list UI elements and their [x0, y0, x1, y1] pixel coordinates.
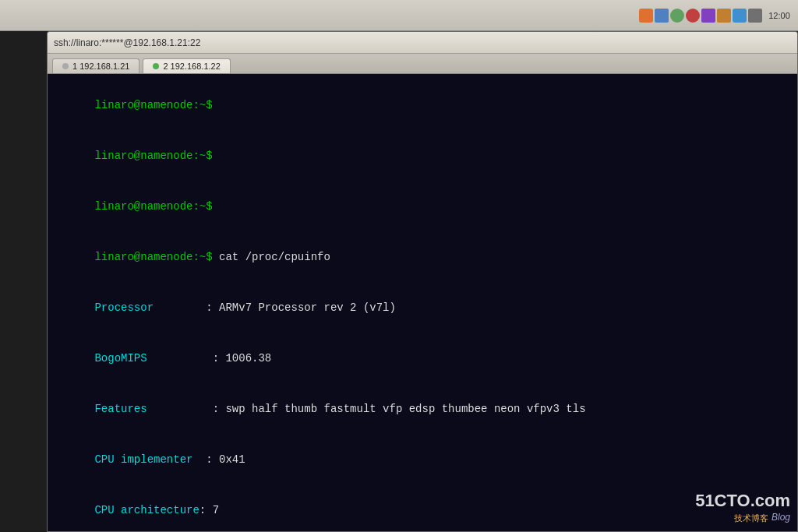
terminal[interactable]: linaro@namenode:~$ linaro@namenode:~$ li… — [48, 74, 797, 531]
left-panel — [0, 31, 48, 532]
taskbar-icon-4[interactable] — [686, 9, 700, 23]
terminal-line-processor: Processor : ARMv7 Processor rev 2 (v7l) — [55, 283, 789, 333]
taskbar-icon-2[interactable] — [655, 9, 669, 23]
ssh-tabs: 1 192.168.1.21 2 192.168.1.22 — [48, 54, 797, 74]
taskbar-icons: 12:00 — [639, 8, 795, 23]
taskbar: 12:00 — [0, 0, 798, 31]
watermark-brand: 51CTO.com — [695, 490, 790, 513]
taskbar-icon-3[interactable] — [670, 9, 684, 23]
terminal-line-cpu-implementer: CPU implementer : 0x41 — [55, 435, 789, 485]
taskbar-icon-6[interactable] — [717, 9, 731, 23]
terminal-line-2: linaro@namenode:~$ — [55, 131, 789, 181]
terminal-line-1: linaro@namenode:~$ — [55, 80, 789, 131]
clock: 12:00 — [764, 8, 795, 23]
terminal-line-4: linaro@namenode:~$ cat /proc/cpuinfo — [55, 232, 789, 283]
watermark-blog: Blog — [772, 512, 790, 524]
watermark-subtitle: 技术博客 Blog — [695, 512, 790, 524]
terminal-line-cpu-architecture: CPU architecture: 7 — [55, 486, 789, 532]
tab-2-label: 2 192.168.1.22 — [163, 62, 220, 71]
ssh-window: ssh://linaro:******@192.168.1.21:22 1 19… — [47, 31, 798, 532]
ssh-titlebar: ssh://linaro:******@192.168.1.21:22 — [48, 32, 797, 54]
ssh-tab-2[interactable]: 2 192.168.1.22 — [143, 58, 230, 73]
tab-1-label: 1 192.168.1.21 — [72, 62, 129, 71]
taskbar-icon-1[interactable] — [639, 9, 653, 23]
watermark-sub-text: 技术博客 — [734, 513, 768, 523]
ssh-tab-1[interactable]: 1 192.168.1.21 — [52, 58, 139, 73]
tab-dot-2 — [153, 63, 159, 69]
terminal-line-3: linaro@namenode:~$ — [55, 181, 789, 232]
terminal-line-features: Features : swp half thumb fastmult vfp e… — [55, 384, 789, 435]
terminal-line-bogomips: BogoMIPS : 1006.38 — [55, 333, 789, 384]
taskbar-icon-8[interactable] — [748, 9, 762, 23]
tab-dot-1 — [62, 63, 69, 69]
ssh-title: ssh://linaro:******@192.168.1.21:22 — [54, 37, 200, 48]
taskbar-icon-5[interactable] — [701, 9, 715, 23]
taskbar-icon-7[interactable] — [733, 9, 747, 23]
watermark: 51CTO.com 技术博客 Blog — [695, 490, 790, 524]
